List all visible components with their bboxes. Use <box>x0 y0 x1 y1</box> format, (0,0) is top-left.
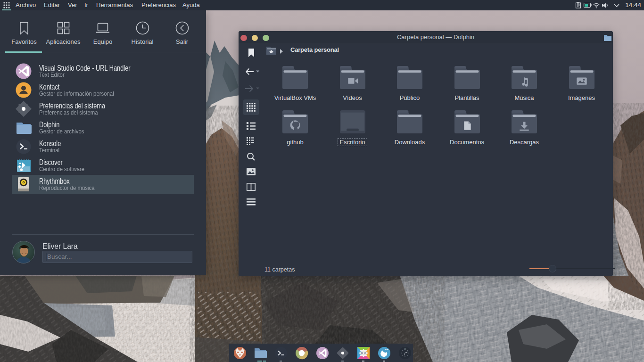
svg-text:KV: KV <box>361 351 366 355</box>
svg-text:12: 12 <box>404 348 406 350</box>
